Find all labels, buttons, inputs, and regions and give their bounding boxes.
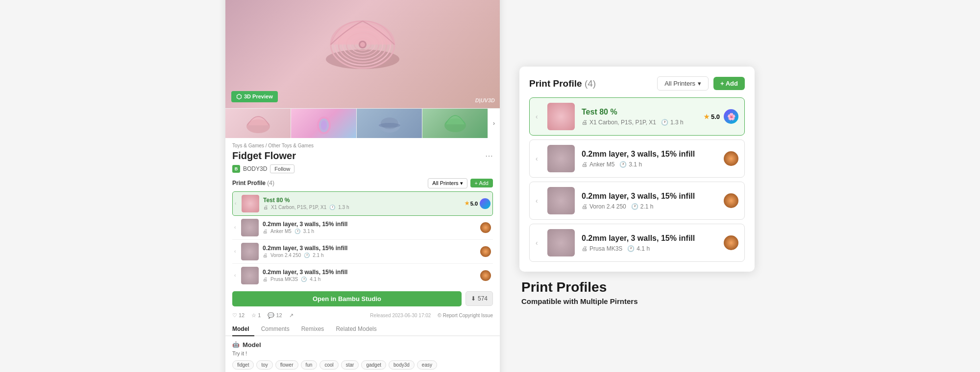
printer-filter-dropdown[interactable]: All Printers ▾ (428, 178, 467, 188)
thumbnails-next-button[interactable]: › (488, 109, 500, 138)
thumbnail-1[interactable] (225, 109, 291, 138)
profile-filter: All Printers ▾ + Add (428, 178, 493, 188)
more-options-button[interactable]: ⋯ (485, 150, 493, 161)
card-printer-filter[interactable]: All Printers ▾ (657, 76, 709, 91)
card-meta-printer: 🖨 Anker M5 (582, 161, 614, 168)
card-nav-left[interactable]: ‹ (536, 239, 544, 247)
model-section: 🤖 Model Try it ! fidget toy flower fun c… (225, 336, 500, 372)
release-date: Released 2023-06-30 17:02 (370, 313, 431, 318)
card-nav-left[interactable]: ‹ (536, 155, 544, 163)
profile-nav-left[interactable]: ‹ (234, 225, 241, 230)
profile-avatar (480, 222, 491, 233)
tag-flower[interactable]: flower (275, 360, 298, 370)
card-profile-avatar (724, 151, 738, 166)
card-printer-name: Prusa MK3S (589, 245, 622, 252)
card-profile-details: 0.2mm layer, 3 walls, 15% infill 🖨 Anker… (582, 150, 720, 168)
card-profile-item[interactable]: ‹ 0.2mm layer, 3 walls, 15% infill 🖨 Ank… (529, 140, 745, 178)
profile-name: 0.2mm layer, 3 walls, 15% infill (263, 269, 478, 276)
print-profile-header: Print Profile (4) All Printers ▾ + Add (232, 178, 493, 188)
profile-thumbnail (241, 243, 259, 260)
print-profile-title: Print Profile (4) (232, 180, 274, 186)
tab-model[interactable]: Model (232, 323, 254, 336)
tag-star[interactable]: star (341, 360, 359, 370)
card-profile-name: 0.2mm layer, 3 walls, 15% infill (582, 150, 720, 159)
card-profile-avatar (724, 235, 738, 250)
heart-icon: ♡ (232, 312, 237, 319)
time-icon: 🕐 (304, 253, 310, 258)
profile-nav-left[interactable]: ‹ (234, 249, 241, 254)
profile-nav-left[interactable]: ‹ (235, 201, 242, 206)
add-profile-button[interactable]: + Add (470, 179, 493, 187)
printer-icon: 🖨 (263, 253, 268, 258)
printer-name: Prusa MK3S (270, 277, 298, 282)
profile-meta: 🖨 X1 Carbon, P1S, P1P, X1 🕐 1.3 h (263, 205, 465, 210)
profile-name: 0.2mm layer, 3 walls, 15% infill (263, 245, 478, 252)
profile-thumbnail (241, 219, 259, 236)
follow-button[interactable]: Follow (270, 164, 294, 173)
author-icon: B (232, 165, 240, 173)
print-time: 3.1 h (303, 229, 314, 234)
main-image[interactable]: 3D Preview D|UV3D (225, 0, 500, 108)
profile-meta: 🖨 Anker M5 🕐 3.1 h (263, 229, 478, 234)
card-profile-list: ‹ Test 80 % 🖨 X1 Carbon, P1S, P1P, X1 🕐 … (529, 97, 745, 262)
profile-nav-left[interactable]: ‹ (234, 273, 241, 278)
tag-toy[interactable]: toy (256, 360, 272, 370)
print-time: 4.1 h (310, 277, 320, 282)
share-icon: ↗ (289, 312, 294, 319)
tag-gadget[interactable]: gadget (361, 360, 386, 370)
card-print-time: 4.1 h (637, 245, 650, 252)
card-profile-meta: 🖨 Anker M5 🕐 3.1 h (582, 161, 720, 168)
card-profile-details: 0.2mm layer, 3 walls, 15% infill 🖨 Prusa… (582, 234, 720, 252)
profile-item[interactable]: ‹ 0.2mm layer, 3 walls, 15% infill 🖨 Pru… (232, 264, 493, 287)
card-profile-item[interactable]: ‹ Test 80 % 🖨 X1 Carbon, P1S, P1P, X1 🕐 … (529, 97, 745, 136)
card-meta-time: 🕐 4.1 h (627, 245, 650, 252)
tab-remixes[interactable]: Remixes (301, 323, 329, 336)
watermark: D|UV3D (475, 97, 495, 103)
print-profile-section: Print Profile (4) All Printers ▾ + Add ‹… (225, 178, 500, 287)
tag-fidget[interactable]: fidget (232, 360, 254, 370)
card-meta-printer: 🖨 Voron 2.4 250 (582, 203, 626, 210)
card-time-icon: 🕐 (619, 161, 627, 168)
tag-easy[interactable]: easy (417, 360, 437, 370)
card-printer-name: Anker M5 (589, 161, 614, 168)
promo-main-title: Print Profiles (521, 279, 753, 295)
stars-stat[interactable]: ☆ 1 (251, 312, 261, 319)
comments-stat[interactable]: 💬 12 (268, 312, 282, 319)
card-profile-avatar: 🌸 (724, 109, 738, 124)
card-nav-left[interactable]: ‹ (536, 113, 544, 120)
tag-fun[interactable]: fun (301, 360, 318, 370)
thumbnail-3[interactable] (357, 109, 422, 138)
profile-item[interactable]: ‹ Test 80 % 🖨 X1 Carbon, P1S, P1P, X1 🕐 … (232, 191, 493, 216)
copyright-link[interactable]: © Report Copyright Issue (438, 313, 493, 318)
card-profile-thumbnail (547, 145, 575, 172)
model-description: Try it ! (232, 350, 493, 356)
profile-details: 0.2mm layer, 3 walls, 15% infill 🖨 Anker… (263, 221, 478, 234)
profile-item[interactable]: ‹ 0.2mm layer, 3 walls, 15% infill 🖨 Ank… (232, 216, 493, 240)
profile-avatar (480, 246, 491, 257)
card-add-button[interactable]: + Add (713, 77, 745, 90)
share-stat[interactable]: ↗ (289, 312, 294, 319)
card-printer-icon: 🖨 (582, 245, 588, 252)
tab-comments[interactable]: Comments (261, 323, 294, 336)
profile-avatar (480, 198, 490, 209)
card-profile-item[interactable]: ‹ 0.2mm layer, 3 walls, 15% infill 🖨 Vor… (529, 182, 745, 220)
card-title: Print Profile (4) (529, 78, 596, 89)
tag-body3d[interactable]: body3d (389, 360, 415, 370)
download-icon: ⬇ (471, 295, 476, 302)
download-button[interactable]: ⬇ 574 (466, 291, 493, 306)
card-printer-name: X1 Carbon, P1S, P1P, X1 (589, 119, 656, 126)
promo-text-section: Print Profiles Compatible with Multiple … (519, 279, 755, 305)
preview-badge[interactable]: 3D Preview (231, 91, 278, 102)
card-filter: All Printers ▾ + Add (657, 76, 745, 91)
likes-stat[interactable]: ♡ 12 (232, 312, 245, 319)
card-profile-item[interactable]: ‹ 0.2mm layer, 3 walls, 15% infill 🖨 Pru… (529, 224, 745, 262)
thumbnail-4[interactable] (422, 109, 488, 138)
thumbnail-row: › (225, 108, 500, 138)
card-profile-name: 0.2mm layer, 3 walls, 15% infill (582, 192, 720, 201)
tab-related-models[interactable]: Related Models (336, 323, 381, 336)
profile-item[interactable]: ‹ 0.2mm layer, 3 walls, 15% infill 🖨 Vor… (232, 240, 493, 264)
tag-cool[interactable]: cool (319, 360, 338, 370)
open-bambu-button[interactable]: Open in Bambu Studio (232, 291, 462, 306)
card-nav-left[interactable]: ‹ (536, 197, 544, 205)
thumbnail-2[interactable] (291, 109, 357, 138)
